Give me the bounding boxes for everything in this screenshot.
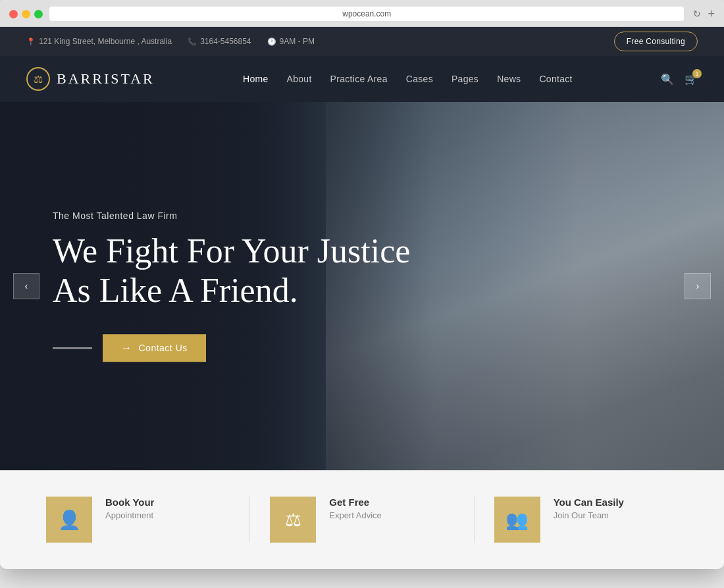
nav-item-cases[interactable]: Cases bbox=[406, 73, 433, 85]
phone-icon: 📞 bbox=[188, 37, 197, 46]
nav-link-about[interactable]: About bbox=[287, 74, 312, 84]
slider-prev-button[interactable]: ‹ bbox=[13, 273, 39, 299]
feature-icon-box-3: 👥 bbox=[494, 497, 540, 543]
nav-link-home[interactable]: Home bbox=[243, 74, 269, 84]
new-tab-button[interactable]: + bbox=[708, 7, 715, 21]
address-bar[interactable]: wpocean.com bbox=[49, 7, 684, 21]
contact-us-button[interactable]: → Contact Us bbox=[103, 334, 206, 362]
top-bar: 📍 121 King Street, Melbourne , Australia… bbox=[0, 27, 724, 56]
hours-text: 9AM - PM bbox=[280, 37, 315, 46]
feature-card-appointment: 👤 Book Your Appointment bbox=[26, 497, 250, 543]
cart-badge: 1 bbox=[692, 69, 702, 78]
advice-icon: ⚖ bbox=[285, 509, 301, 531]
url-text: wpocean.com bbox=[342, 9, 391, 18]
contact-us-label: Contact Us bbox=[139, 343, 188, 353]
nav-item-contact[interactable]: Contact bbox=[539, 73, 572, 85]
slider-next-button[interactable]: › bbox=[685, 273, 711, 299]
address-text: 121 King Street, Melbourne , Australia bbox=[39, 37, 172, 46]
chevron-left-icon: ‹ bbox=[24, 280, 28, 292]
feature-subtitle-3: Join Our Team bbox=[554, 510, 624, 520]
feature-text-2: Get Free Expert Advice bbox=[329, 497, 382, 520]
search-icon[interactable]: 🔍 bbox=[661, 73, 674, 86]
nav-item-practice[interactable]: Practice Area bbox=[330, 73, 388, 85]
hero-cta-wrapper: → Contact Us bbox=[53, 334, 410, 362]
logo-emblem: ⚖ bbox=[34, 73, 43, 86]
feature-title-2: Get Free bbox=[329, 497, 382, 508]
nav-item-news[interactable]: News bbox=[497, 73, 521, 85]
feature-title-3: You Can Easily bbox=[554, 497, 624, 508]
team-icon: 👥 bbox=[505, 509, 529, 531]
feature-icon-box-2: ⚖ bbox=[270, 497, 316, 543]
feature-subtitle-2: Expert Advice bbox=[329, 510, 382, 520]
browser-chrome: wpocean.com ↻ + bbox=[0, 0, 724, 27]
nav-link-cases[interactable]: Cases bbox=[406, 74, 433, 84]
features-section: 👤 Book Your Appointment ⚖ Get Free Exper… bbox=[0, 470, 724, 569]
location-icon: 📍 bbox=[26, 37, 36, 46]
hero-title-line1: We Fight For Your Justice bbox=[53, 232, 410, 270]
nav-item-home[interactable]: Home bbox=[243, 73, 269, 85]
nav-link-contact[interactable]: Contact bbox=[539, 74, 572, 84]
maximize-button[interactable] bbox=[34, 10, 43, 18]
navbar: ⚖ BARRISTAR Home About Practice Area Cas… bbox=[0, 56, 724, 102]
feature-card-advice: ⚖ Get Free Expert Advice bbox=[250, 497, 474, 543]
phone-text: 3164-5456854 bbox=[200, 37, 251, 46]
reload-button[interactable]: ↻ bbox=[693, 9, 701, 20]
nav-link-news[interactable]: News bbox=[497, 74, 521, 84]
chevron-right-icon: › bbox=[696, 280, 699, 292]
feature-subtitle-1: Appointment bbox=[105, 510, 154, 520]
nav-link-practice[interactable]: Practice Area bbox=[330, 74, 388, 84]
clock-icon: 🕐 bbox=[267, 37, 276, 46]
feature-title-1: Book Your bbox=[105, 497, 154, 508]
arrow-right-icon: → bbox=[121, 342, 132, 354]
minimize-button[interactable] bbox=[22, 10, 30, 18]
hero-section: The Most Talented Law Firm We Fight For … bbox=[0, 102, 724, 470]
traffic-lights bbox=[9, 10, 43, 18]
address-item: 📍 121 King Street, Melbourne , Australia bbox=[26, 37, 172, 46]
nav-links: Home About Practice Area Cases Pages New… bbox=[243, 73, 573, 85]
hero-content: The Most Talented Law Firm We Fight For … bbox=[53, 210, 410, 362]
logo-icon: ⚖ bbox=[26, 67, 50, 91]
logo[interactable]: ⚖ BARRISTAR bbox=[26, 67, 155, 91]
feature-card-team: 👥 You Can Easily Join Our Team bbox=[475, 497, 698, 543]
browser-window: wpocean.com ↻ + 📍 121 King Street, Melbo… bbox=[0, 0, 724, 569]
logo-text: BARRISTAR bbox=[57, 70, 155, 87]
appointment-icon: 👤 bbox=[58, 509, 81, 531]
free-consulting-button[interactable]: Free Consulting bbox=[614, 32, 698, 51]
nav-item-about[interactable]: About bbox=[287, 73, 312, 85]
nav-icons: 🔍 🛒 1 bbox=[661, 73, 698, 86]
nav-item-pages[interactable]: Pages bbox=[452, 73, 478, 85]
hero-divider-line bbox=[53, 347, 92, 349]
feature-icon-box-1: 👤 bbox=[46, 497, 92, 543]
close-button[interactable] bbox=[9, 10, 18, 18]
cart-wrapper[interactable]: 🛒 1 bbox=[685, 73, 698, 86]
feature-text-3: You Can Easily Join Our Team bbox=[554, 497, 624, 520]
top-bar-info: 📍 121 King Street, Melbourne , Australia… bbox=[26, 37, 315, 46]
phone-item: 📞 3164-5456854 bbox=[188, 37, 251, 46]
hero-title: We Fight For Your Justice As Like A Frie… bbox=[53, 232, 410, 310]
hours-item: 🕐 9AM - PM bbox=[267, 37, 315, 46]
nav-link-pages[interactable]: Pages bbox=[452, 74, 478, 84]
hero-title-line2: As Like A Friend. bbox=[53, 272, 298, 309]
feature-text-1: Book Your Appointment bbox=[105, 497, 154, 520]
hero-subtitle: The Most Talented Law Firm bbox=[53, 210, 410, 221]
